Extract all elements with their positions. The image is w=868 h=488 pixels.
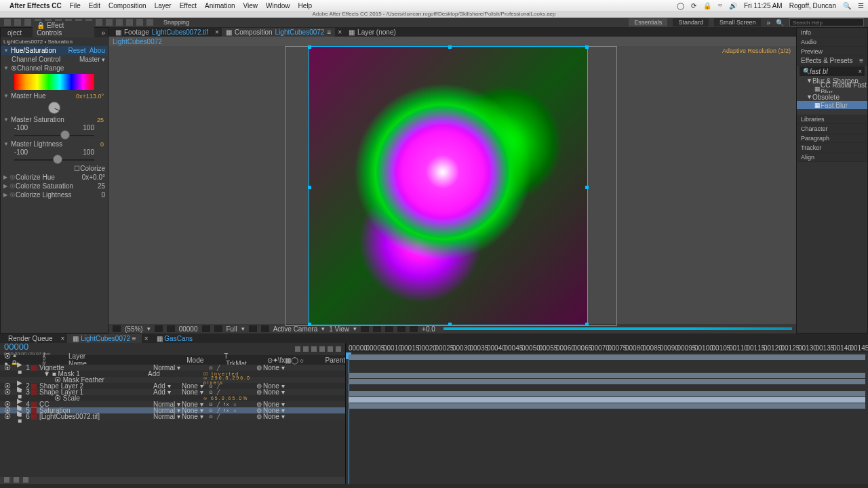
panel-effects-presets[interactable]: Effects & Presets≡ [797, 56, 867, 66]
val-master-hue[interactable]: 0x+113.0° [76, 93, 104, 100]
roi-icon[interactable] [249, 325, 257, 332]
val-master-lightness[interactable]: 0 [100, 141, 104, 148]
twirl-icon[interactable]: ▶ [3, 174, 7, 180]
panel-paragraph[interactable]: Paragraph [797, 134, 867, 143]
exposure-value[interactable]: +0.0 [422, 325, 435, 333]
panel-info[interactable]: Info [797, 28, 867, 37]
colorize-checkbox[interactable]: ☐ [74, 165, 80, 172]
twirl-icon[interactable]: ▼ [3, 117, 9, 123]
layer-bar[interactable] [349, 403, 865, 409]
layer-bar[interactable] [349, 354, 865, 360]
camera-dropdown[interactable]: Active Camera [273, 325, 318, 333]
comp-breadcrumb[interactable]: LightCubes0072 [113, 38, 162, 45]
panel-tracker[interactable]: Tracker [797, 143, 867, 152]
fx-reset[interactable]: Reset [68, 47, 86, 54]
fx-hue-saturation[interactable]: Hue/Saturation [11, 47, 68, 54]
workspace-essentials[interactable]: Essentials [629, 18, 667, 26]
tab-timeline-gascans[interactable]: ▦ GasCans [151, 334, 198, 343]
timeline-search-icon[interactable] [295, 346, 300, 352]
menu-help[interactable]: Help [298, 2, 313, 9]
twirl-icon[interactable]: ▶ [3, 192, 7, 198]
preset-cc-radial-fast-blur[interactable]: ▦ CC Radial Fast Blur [797, 85, 867, 93]
menu-file[interactable]: File [70, 2, 81, 9]
hand-tool-icon[interactable] [14, 19, 21, 26]
brush-tool-icon[interactable] [106, 19, 113, 26]
timeline-icon[interactable] [385, 325, 393, 332]
menu-animation[interactable]: Animation [205, 2, 235, 9]
viewer-canvas[interactable]: Adaptive Resolution (1/2) [108, 46, 796, 324]
group-obsolete[interactable]: ▼ Obsolete [797, 93, 867, 101]
layer-row[interactable]: ⦿▶ ■6[LightCubes0072.tif]Normal ▾None ▾⊙… [0, 413, 345, 420]
menubar-volume-icon[interactable]: 🔊 [729, 2, 737, 9]
hue-spectrum[interactable] [14, 74, 94, 90]
effects-search-input[interactable]: 🔍 fast bl × [800, 66, 865, 76]
comp-mini-flow-icon[interactable] [303, 346, 309, 352]
puppet-tool-icon[interactable] [146, 19, 153, 26]
menubar-spotlight-icon[interactable]: 🔍 [843, 2, 851, 9]
twirl-icon[interactable]: ▼ [3, 47, 9, 54]
menu-view[interactable]: View [243, 2, 258, 9]
snapping-toggle[interactable]: Snapping [163, 19, 189, 26]
val-master-saturation[interactable]: 25 [97, 117, 104, 123]
menubar-user[interactable]: Rogoff, Duncan [789, 2, 836, 9]
selection-tool-icon[interactable] [4, 19, 11, 26]
reset-exposure-icon[interactable] [410, 325, 418, 332]
search-help-input[interactable] [789, 18, 864, 26]
panel-audio[interactable]: Audio [797, 37, 867, 47]
workspace-standard[interactable]: Standard [673, 18, 709, 26]
mask-icon[interactable] [167, 325, 175, 332]
menubar-wifi-icon[interactable]: ⌔ [718, 2, 722, 9]
fast-preview-icon[interactable] [373, 325, 381, 332]
panel-align[interactable]: Align [797, 152, 867, 162]
menu-edit[interactable]: Edit [89, 2, 100, 9]
angle-control[interactable] [48, 102, 60, 114]
pane-toggle-icon[interactable] [14, 477, 19, 483]
workspace-small-screen[interactable]: Small Screen [714, 18, 762, 26]
twirl-icon[interactable]: ▼ [3, 65, 9, 71]
clone-tool-icon[interactable] [116, 19, 123, 26]
twirl-icon[interactable]: ▶ [3, 183, 7, 189]
toggle-switches-icon[interactable] [4, 477, 9, 483]
transparency-icon[interactable] [261, 325, 269, 332]
menubar-lock-icon[interactable]: 🔒 [703, 2, 711, 9]
frame-blend-icon[interactable] [319, 346, 325, 352]
lightness-slider[interactable] [14, 156, 94, 164]
zoom-level[interactable]: (55%) [125, 325, 143, 333]
layer-bar[interactable] [349, 379, 865, 384]
pane-toggle-icon[interactable] [23, 477, 28, 483]
graph-editor-icon[interactable] [336, 346, 341, 352]
fx-about[interactable]: Abou [90, 47, 105, 54]
tab-project[interactable]: oject [3, 28, 26, 37]
grid-icon[interactable] [155, 325, 163, 332]
comp-flow-icon[interactable] [397, 325, 406, 332]
snapshot-icon[interactable] [202, 325, 210, 332]
twirl-icon[interactable]: ▼ [3, 93, 9, 99]
saturation-slider[interactable] [14, 131, 94, 140]
tab-footage[interactable]: ▦ Footage LightCubes0072.tif [111, 28, 212, 37]
panel-libraries[interactable]: Libraries [797, 115, 867, 124]
menubar-sync-icon[interactable]: ⟳ [691, 2, 696, 9]
motion-blur-icon[interactable] [328, 346, 333, 352]
menubar-clock[interactable]: Fri 11:25 AM [744, 2, 783, 9]
menubar-cc-icon[interactable]: ◯ [677, 2, 684, 9]
menu-composition[interactable]: Composition [108, 2, 146, 9]
current-time[interactable]: 00000 [179, 325, 198, 333]
app-menu[interactable]: After Effects CC [9, 2, 62, 9]
channel-control-dropdown[interactable]: Master [79, 56, 100, 63]
resolution-dropdown[interactable]: Full [226, 325, 237, 333]
eraser-tool-icon[interactable] [126, 19, 133, 26]
layer-bar[interactable] [349, 397, 865, 403]
current-frame[interactable]: 00000 [4, 342, 51, 352]
panel-character[interactable]: Character [797, 124, 867, 134]
tab-layer[interactable]: ▦ Layer (none) [344, 28, 400, 37]
pixel-aspect-icon[interactable] [361, 325, 369, 332]
menubar-notifications-icon[interactable]: ☰ [858, 2, 864, 9]
tab-timeline-active[interactable]: ▦ LightCubes0072 ≡ [67, 334, 141, 343]
menu-effect[interactable]: Effect [180, 2, 197, 9]
panel-preview[interactable]: Preview [797, 47, 867, 56]
views-dropdown[interactable]: 1 View [329, 325, 349, 333]
time-ruler[interactable]: 0000000005000100001500020000250003000035… [346, 343, 868, 352]
zoom-tool-icon[interactable] [24, 19, 31, 26]
layer-bar[interactable] [349, 391, 865, 396]
layer-bar[interactable] [349, 373, 865, 378]
